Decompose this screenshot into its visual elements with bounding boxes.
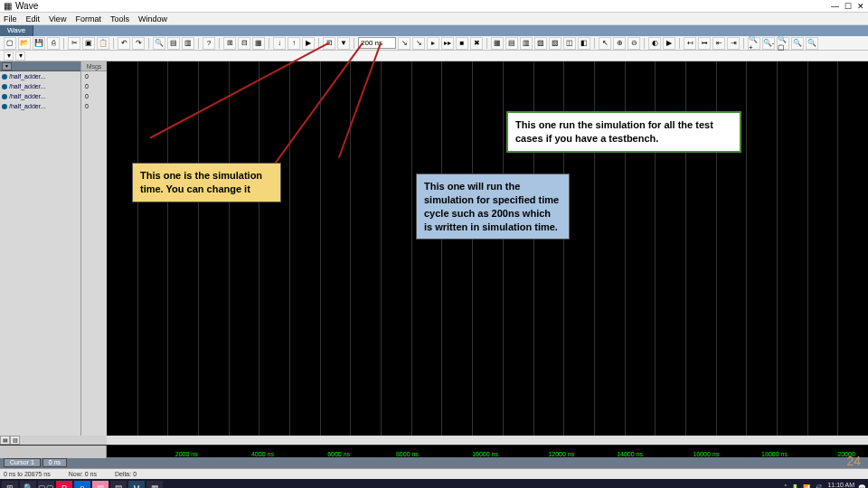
toolbar-icon[interactable]: ◐ [648, 37, 661, 50]
sub-toolbar: ▾ ▾ [0, 51, 868, 61]
toolbar-icon[interactable]: ▶ [302, 37, 315, 50]
toolbar-icon[interactable]: ↓ [273, 37, 286, 50]
menu-file[interactable]: File [4, 14, 17, 23]
scroll-icon[interactable]: ▤ [0, 436, 10, 445]
menu-view[interactable]: View [49, 14, 66, 23]
toolbar-icon[interactable]: ⊟ [238, 37, 250, 50]
window-controls: — ☐ ✕ [831, 2, 864, 11]
toolbar-icon[interactable]: ▥ [182, 37, 194, 50]
signal-names-column: ▾ /half_adder... /half_adder... /half_ad… [0, 61, 81, 436]
tray-volume-icon[interactable]: 🔊 [815, 484, 823, 488]
menu-format[interactable]: Format [75, 14, 101, 23]
toolbar-icon[interactable]: ◧ [578, 37, 590, 50]
signal-name: /half_adder... [9, 93, 45, 99]
menu-window[interactable]: Window [138, 14, 167, 23]
maximize-button[interactable]: ☐ [844, 2, 852, 11]
help-icon[interactable]: ? [203, 37, 215, 50]
toolbar-icon[interactable]: ▼ [337, 37, 350, 50]
paste-icon[interactable]: 📋 [97, 37, 109, 50]
cursor-value: 0 ns [42, 458, 67, 467]
toolbar-icon[interactable]: ↑ [288, 37, 300, 50]
search-icon[interactable]: 🔍 [20, 481, 36, 488]
callout-sim-time: This one is the simulation time. You can… [132, 163, 281, 202]
toolbar-icon[interactable]: ⇤ [712, 37, 725, 50]
bottom-bar: 0 ns to 20875 ns Now: 0 ns Delta: 0 [0, 468, 868, 479]
signal-bullet-icon [2, 74, 7, 80]
zoom-full-icon[interactable]: 🔍▢ [777, 37, 789, 50]
zoom-out-icon[interactable]: 🔍- [762, 37, 775, 50]
signal-sidebar: ▾ /half_adder... /half_adder... /half_ad… [0, 61, 107, 436]
zoom-icon[interactable]: 🔍 [806, 37, 818, 50]
toolbar-icon[interactable]: ▤ [167, 37, 180, 50]
toolbar-icon[interactable]: ▾ [15, 52, 25, 61]
run-icon[interactable]: ▸ [427, 37, 439, 50]
toolbar-icon[interactable]: ⊖ [627, 37, 640, 50]
timeline-track[interactable]: 2000 ns 4000 ns 6000 ns 8000 ns 10000 ns… [107, 446, 868, 458]
task-view-icon[interactable]: ▢▢ [38, 481, 54, 488]
tray-battery-icon[interactable]: 🔋 [791, 484, 799, 488]
cursor-icon[interactable]: ↖ [599, 37, 611, 50]
toolbar-icon[interactable]: ▤ [505, 37, 518, 50]
run-step-icon[interactable]: ↘ [412, 37, 425, 50]
find-icon[interactable]: 🔍 [153, 37, 165, 50]
toolbar-icon[interactable]: ↤ [684, 37, 696, 50]
toolbar-icon[interactable]: ⇥ [727, 37, 740, 50]
redo-icon[interactable]: ↷ [132, 37, 145, 50]
toolbar-icon[interactable]: ⊕ [613, 37, 626, 50]
menu-tools[interactable]: Tools [110, 14, 129, 23]
taskbar-app-icon[interactable]: ▦ [146, 481, 163, 488]
run-step-icon[interactable]: ↘ [398, 37, 410, 50]
tabbar: Wave [0, 25, 868, 36]
waveform-canvas[interactable] [107, 61, 868, 436]
range-label: 0 ns to 20875 ns [4, 471, 51, 477]
toolbar-icon[interactable]: ▦ [252, 37, 265, 50]
timeline-tick: 10000 ns [472, 451, 498, 457]
signal-values-column: Msgs 0 0 0 0 [81, 61, 107, 436]
break-icon[interactable]: ■ [456, 37, 468, 50]
signal-header-icon[interactable]: ▾ [2, 62, 12, 70]
scrollbar-area: ▤ ▥ [0, 436, 868, 445]
save-icon[interactable]: 💾 [33, 37, 45, 50]
taskbar-app-icon[interactable]: e [74, 481, 90, 488]
toolbar-icon[interactable]: ▥ [520, 37, 533, 50]
taskbar-app-icon[interactable]: ▤ [110, 481, 127, 488]
open-icon[interactable]: 📂 [18, 37, 31, 50]
toolbar-icon[interactable]: ▨ [534, 37, 547, 50]
tab-wave[interactable]: Wave [0, 25, 33, 36]
taskbar-app-icon[interactable]: ▦ [92, 481, 108, 488]
tray-wifi-icon[interactable]: 📶 [803, 484, 811, 488]
app-icon: ▦ [4, 1, 12, 11]
scroll-icon[interactable]: ▥ [10, 436, 20, 445]
toolbar-icon[interactable]: ▧ [549, 37, 561, 50]
scrollbar-track[interactable] [107, 436, 868, 445]
run-all-icon[interactable]: ▸▸ [441, 37, 454, 50]
timeline: 2000 ns 4000 ns 6000 ns 8000 ns 10000 ns… [0, 445, 868, 457]
copy-icon[interactable]: ▣ [82, 37, 95, 50]
signal-row[interactable]: /half_adder... [0, 81, 80, 91]
signal-row[interactable]: /half_adder... [0, 91, 80, 101]
cut-icon[interactable]: ✂ [68, 37, 80, 50]
toolbar-icon[interactable]: ▾ [4, 52, 14, 61]
print-icon[interactable]: ⎙ [47, 37, 60, 50]
signal-row[interactable]: /half_adder... [0, 101, 80, 111]
tray-notification-icon[interactable]: 💬 [858, 484, 866, 488]
taskbar-app-icon[interactable]: M [128, 481, 145, 488]
tray-up-icon[interactable]: ˄ [784, 484, 788, 488]
toolbar-icon[interactable]: ⊞ [223, 37, 236, 50]
new-icon[interactable]: ▢ [4, 37, 16, 50]
start-button[interactable]: ⊞ [2, 481, 18, 488]
undo-icon[interactable]: ↶ [118, 37, 130, 50]
zoom-icon[interactable]: 🔍 [791, 37, 804, 50]
toolbar-icon[interactable]: ▶ [663, 37, 675, 50]
taskbar-app-icon[interactable]: P [56, 481, 72, 488]
stop-icon[interactable]: ✖ [470, 37, 483, 50]
minimize-button[interactable]: — [831, 2, 839, 11]
signal-values-header: Msgs [81, 61, 107, 71]
zoom-in-icon[interactable]: 🔍+ [748, 37, 760, 50]
close-button[interactable]: ✕ [857, 2, 864, 11]
toolbar-icon[interactable]: ↦ [698, 37, 711, 50]
toolbar-icon[interactable]: ◫ [563, 37, 576, 50]
signal-row[interactable]: /half_adder... [0, 71, 80, 81]
toolbar-icon[interactable]: ▦ [491, 37, 504, 50]
menu-edit[interactable]: Edit [26, 14, 41, 23]
